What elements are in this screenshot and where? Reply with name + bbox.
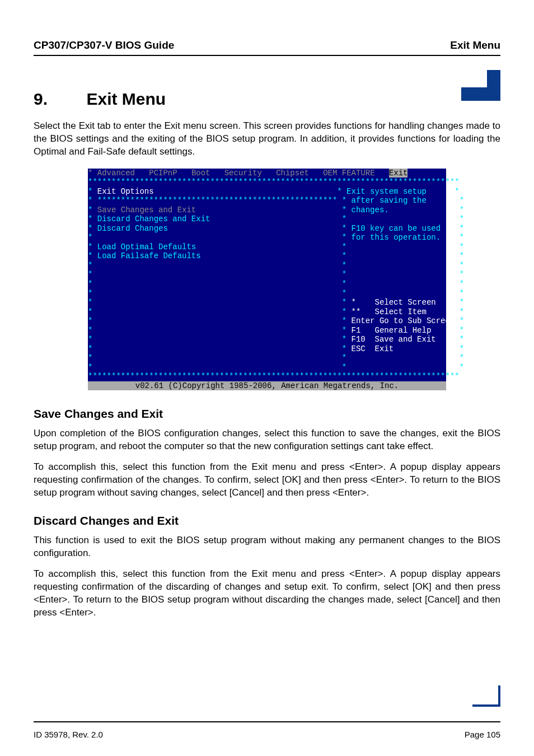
bios-nav-esc: ESC Exit <box>351 344 394 353</box>
chapter-number: 9. <box>34 90 84 109</box>
chapter-title: Exit Menu <box>86 90 166 108</box>
logo-corner-top <box>461 70 500 101</box>
section-save-p1: Upon completion of the BIOS configuratio… <box>34 427 500 453</box>
header-left: CP307/CP307-V BIOS Guide <box>34 39 174 52</box>
bios-tab-exit-selected: Exit <box>389 169 408 178</box>
bios-nav-select-screen: * Select Screen <box>351 298 435 307</box>
bios-item-save-changes-exit: Save Changes and Exit <box>97 206 196 214</box>
section-discard-title: Discard Changes and Exit <box>34 514 500 528</box>
footer-id: ID 35978, Rev. 2.0 <box>34 730 103 739</box>
bios-screenshot: * Advanced PCIPnP Boot Security Chipset … <box>88 169 446 390</box>
intro-paragraph: Select the Exit tab to enter the Exit me… <box>34 120 500 158</box>
section-save-title: Save Changes and Exit <box>34 407 500 421</box>
bios-copyright: v02.61 (C)Copyright 1985-2006, American … <box>88 381 446 391</box>
bios-item-discard-changes-exit: Discard Changes and Exit <box>97 214 210 223</box>
bios-nav-f1: F1 General Help <box>351 326 431 335</box>
bios-nav-enter: Enter Go to Sub Screen <box>351 316 455 325</box>
bios-border-bottom: ****************************************… <box>88 372 446 381</box>
header-right: Exit Menu <box>450 39 500 52</box>
section-save-p2: To accomplish this, select this function… <box>34 461 500 500</box>
bios-item-discard-changes: Discard Changes <box>97 224 168 233</box>
section-discard-p2: To accomplish this, select this function… <box>34 568 500 619</box>
chapter-heading: 9. Exit Menu <box>34 90 500 109</box>
footer-page: Page 105 <box>465 730 500 739</box>
section-discard-p1: This function is used to exit the BIOS s… <box>34 534 500 560</box>
bios-nav-select-item: ** Select Item <box>351 307 426 316</box>
bios-item-load-optimal: Load Optimal Defaults <box>97 242 196 251</box>
footer-rule <box>34 721 500 722</box>
bios-tab-bar: * Advanced PCIPnP Boot Security Chipset … <box>88 169 446 178</box>
bios-nav-f10: F10 Save and Exit <box>351 335 435 344</box>
bios-section-exit-options: Exit Options <box>97 187 154 196</box>
bios-border: ****************************************… <box>88 178 446 187</box>
logo-corner-bottom <box>472 685 500 707</box>
bios-item-load-failsafe: Load Failsafe Defaults <box>97 251 201 260</box>
header-rule <box>34 55 500 56</box>
